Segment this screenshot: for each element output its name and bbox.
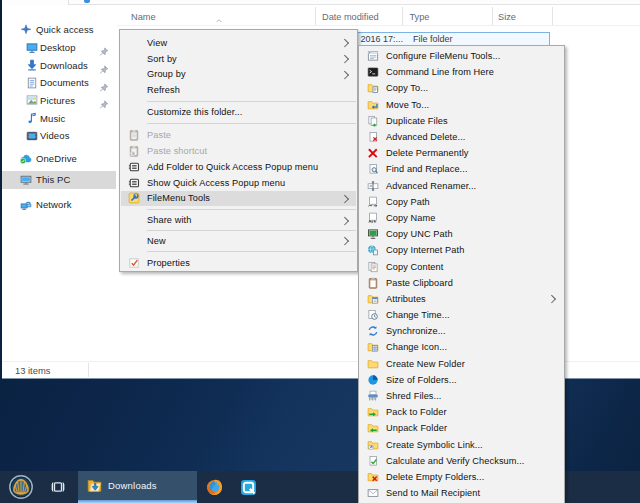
onedrive-icon (20, 153, 32, 165)
menu-item-change-icon[interactable]: Change Icon... (360, 339, 563, 355)
menu-item-group-by[interactable]: Group by (121, 67, 356, 83)
column-header-type[interactable]: Type (410, 12, 430, 22)
menu-item-copy-path[interactable]: Copy Path (360, 194, 563, 210)
menu-item-paste[interactable]: Paste (121, 127, 356, 143)
sidebar-item-desktop[interactable]: Desktop (2, 39, 116, 57)
menu-item-label: Paste Clipboard (386, 278, 453, 288)
menu-item-label: Show Quick Access Popup menu (147, 178, 285, 188)
menu-item-label: Delete Permanently (386, 148, 469, 158)
menu-item-attributes[interactable]: Attributes (360, 291, 563, 307)
menu-item-create-symbolic-link[interactable]: Create Symbolic Link... (360, 437, 563, 453)
start-button[interactable] (0, 471, 41, 503)
sort-caret-up-icon (215, 9, 223, 14)
menu-item-label: Send to Mail Recipient (386, 488, 480, 498)
filemenu-tools-submenu: Configure FileMenu Tools...Command Line … (358, 45, 565, 503)
attributes-icon (367, 293, 379, 305)
submenu-chevron-icon (340, 39, 348, 47)
sidebar-item-label: Desktop (40, 42, 76, 53)
column-header-date-modified[interactable]: Date modified (322, 12, 379, 22)
music-icon (26, 112, 38, 124)
task-view-button[interactable] (41, 471, 78, 503)
menu-item-label: Sort by (147, 54, 177, 64)
menu-item-paste-clipboard[interactable]: Paste Clipboard (360, 275, 563, 291)
menu-item-label: Size of Folders... (386, 375, 457, 385)
delete-empty-folders-icon (367, 471, 379, 483)
sidebar-item-downloads[interactable]: Downloads (2, 56, 116, 74)
menu-item-configure-filemenu-tools[interactable]: Configure FileMenu Tools... (360, 48, 563, 64)
column-divider (552, 7, 553, 25)
submenu-chevron-icon (340, 71, 348, 79)
column-divider (315, 7, 316, 25)
sidebar-item-documents[interactable]: Documents (2, 74, 116, 92)
sidebar-item-onedrive[interactable]: OneDrive (2, 150, 116, 168)
sidebar-item-videos[interactable]: Videos (2, 127, 116, 145)
menu-item-duplicate-files[interactable]: Duplicate Files (360, 113, 563, 129)
create-symbolic-link-icon (367, 439, 379, 451)
menu-item-label: View (147, 38, 167, 48)
sidebar-item-quick-access[interactable]: Quick access (2, 21, 116, 39)
header-bottom-border (117, 25, 640, 26)
menu-item-sort-by[interactable]: Sort by (121, 51, 356, 67)
menu-item-unpack-folder[interactable]: Unpack Folder (360, 420, 563, 436)
taskbar-pinned-firefox[interactable] (197, 471, 231, 503)
menu-item-new[interactable]: New (121, 233, 356, 249)
column-divider (492, 7, 493, 25)
sidebar-item-label: Music (40, 113, 65, 124)
menu-item-advanced-delete[interactable]: Advanced Delete... (360, 129, 563, 145)
sidebar-item-music[interactable]: Music (2, 110, 116, 128)
column-header-size[interactable]: Size (498, 12, 516, 22)
menu-item-synchronize[interactable]: Synchronize... (360, 323, 563, 339)
menu-item-label: Change Time... (386, 310, 450, 320)
menu-item-command-line-from-here[interactable]: Command Line from Here (360, 64, 563, 80)
sidebar-item-this-pc[interactable]: This PC (2, 171, 116, 189)
menu-item-show-quick-access-popup-menu[interactable]: Show Quick Access Popup menu (121, 175, 356, 191)
menu-item-label: Paste shortcut (147, 146, 207, 156)
menu-item-label: Copy Internet Path (386, 245, 464, 255)
sidebar-item-pictures[interactable]: Pictures (2, 92, 116, 110)
menu-item-move-to[interactable]: Move To... (360, 97, 563, 113)
menu-item-paste-shortcut[interactable]: Paste shortcut (121, 143, 356, 159)
pin-icon (99, 96, 109, 106)
items-count: 13 items (15, 365, 50, 376)
column-header-name[interactable]: Name (131, 12, 156, 22)
menu-item-copy-name[interactable]: Copy Name (360, 210, 563, 226)
menu-item-customize-this-folder[interactable]: Customize this folder... (121, 104, 356, 120)
advanced-delete-icon (367, 131, 379, 143)
menu-item-label: Copy Path (386, 197, 430, 207)
menu-item-size-of-folders[interactable]: Size of Folders... (360, 372, 563, 388)
taskbar-task-downloads[interactable]: Downloads (78, 471, 197, 500)
menu-item-delete-permanently[interactable]: Delete Permanently (360, 145, 563, 161)
menu-item-copy-content[interactable]: Copy Content (360, 258, 563, 274)
menu-item-send-to-mail-recipient[interactable]: Send to Mail Recipient (360, 485, 563, 501)
menu-item-copy-internet-path[interactable]: Copy Internet Path (360, 242, 563, 258)
menu-item-find-and-replace[interactable]: Find and Replace... (360, 161, 563, 177)
menu-item-change-time[interactable]: Change Time... (360, 307, 563, 323)
quick-access-icon (20, 24, 32, 36)
menu-item-filemenu-tools[interactable]: FileMenu Tools (121, 191, 356, 207)
menu-item-copy-to[interactable]: Copy To... (360, 80, 563, 96)
submenu-chevron-icon (340, 237, 348, 245)
unpack-folder-icon (367, 422, 379, 434)
taskbar-pinned-quick-access-popup[interactable] (231, 471, 265, 503)
menu-item-shred-files[interactable]: Shred Files... (360, 388, 563, 404)
menu-item-view[interactable]: View (121, 35, 356, 51)
menu-item-create-new-folder[interactable]: Create New Folder (360, 356, 563, 372)
menu-item-delete-empty-folders[interactable]: Delete Empty Folders... (360, 469, 563, 485)
network-icon (20, 199, 32, 211)
selected-row-type: File folder (413, 34, 453, 44)
menu-item-pack-to-folder[interactable]: Pack to Folder (360, 404, 563, 420)
menu-item-add-folder-to-quick-access-popup-menu[interactable]: Add Folder to Quick Access Popup menu (121, 159, 356, 175)
menu-item-properties[interactable]: Properties (121, 255, 356, 271)
sidebar-item-network[interactable]: Network (2, 196, 116, 214)
downloads-icon (26, 59, 38, 71)
menu-item-refresh[interactable]: Refresh (121, 82, 356, 98)
paste-clipboard-icon (367, 277, 379, 289)
menu-item-label: Copy To... (386, 83, 428, 93)
menu-item-label: Move To... (386, 100, 429, 110)
menu-item-calculate-and-verify-checksum[interactable]: Calculate and Verify Checksum... (360, 453, 563, 469)
sidebar-item-label: Quick access (36, 24, 94, 35)
menu-item-share-with[interactable]: Share with (121, 212, 356, 228)
copy-path-icon (367, 196, 379, 208)
menu-item-copy-unc-path[interactable]: Copy UNC Path (360, 226, 563, 242)
menu-item-advanced-renamer[interactable]: Advanced Renamer... (360, 178, 563, 194)
